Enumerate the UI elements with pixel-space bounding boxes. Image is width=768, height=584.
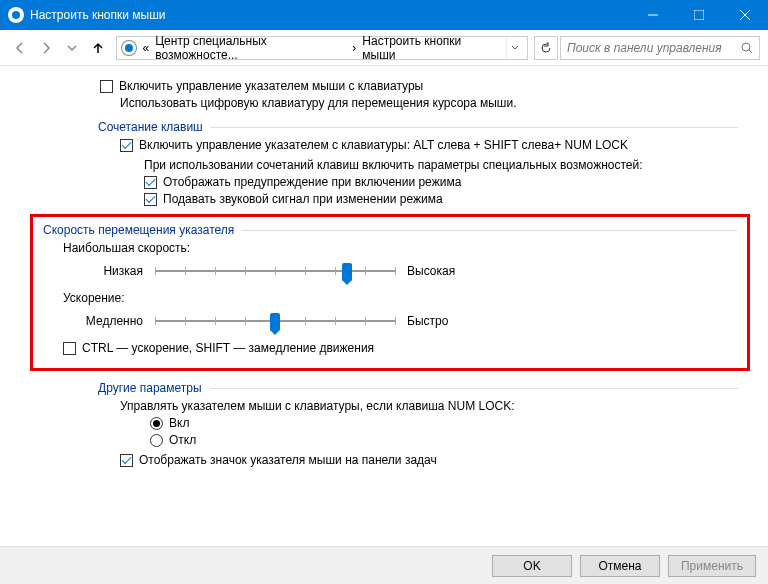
speed-section-highlight: Скорость перемещения указателя Наибольша… xyxy=(30,214,750,371)
accel-slider-row: Медленно Быстро xyxy=(73,311,737,331)
tray-icon-row[interactable]: Отображать значок указателя мыши на пане… xyxy=(120,453,738,467)
search-input[interactable]: Поиск в панели управления xyxy=(560,36,760,60)
breadcrumb-sep: › xyxy=(352,41,356,55)
refresh-button[interactable] xyxy=(534,36,558,60)
search-placeholder: Поиск в панели управления xyxy=(567,41,741,55)
shortcut-enable-row[interactable]: Включить управление указателем с клавиат… xyxy=(120,138,738,152)
accel-thumb[interactable] xyxy=(270,313,280,331)
high-label: Высокая xyxy=(407,264,477,278)
speed-header: Скорость перемещения указателя xyxy=(43,223,737,237)
shortcut-warn-checkbox[interactable] xyxy=(144,176,157,189)
shortcut-sound-checkbox[interactable] xyxy=(144,193,157,206)
slow-label: Медленно xyxy=(73,314,143,328)
tray-icon-label: Отображать значок указателя мыши на пане… xyxy=(139,453,437,467)
max-speed-thumb[interactable] xyxy=(342,263,352,281)
navbar: « Центр специальных возможносте... › Нас… xyxy=(0,30,768,66)
svg-rect-2 xyxy=(694,10,704,20)
max-speed-label: Наибольшая скорость: xyxy=(63,241,737,255)
shortcut-sound-row[interactable]: Подавать звуковой сигнал при изменении р… xyxy=(144,192,738,206)
apply-button[interactable]: Применить xyxy=(668,555,756,577)
app-icon xyxy=(8,7,24,23)
ctrl-shift-row[interactable]: CTRL — ускорение, SHIFT — замедление дви… xyxy=(63,341,737,355)
footer: OK Отмена Применить xyxy=(0,546,768,584)
other-header: Другие параметры xyxy=(98,381,738,395)
numlock-on-row[interactable]: Вкл xyxy=(150,416,738,430)
ok-button[interactable]: OK xyxy=(492,555,572,577)
enable-keyboard-checkbox[interactable] xyxy=(100,80,113,93)
numlock-off-row[interactable]: Откл xyxy=(150,433,738,447)
titlebar: Настроить кнопки мыши xyxy=(0,0,768,30)
recent-button[interactable] xyxy=(60,36,84,60)
enable-keyboard-row[interactable]: Включить управление указателем мыши с кл… xyxy=(100,79,738,93)
breadcrumb-part[interactable]: Центр специальных возможносте... xyxy=(155,34,346,62)
svg-point-5 xyxy=(742,43,750,51)
back-button[interactable] xyxy=(8,36,32,60)
minimize-button[interactable] xyxy=(630,0,676,30)
shortcut-enable-checkbox[interactable] xyxy=(120,139,133,152)
content-area: Включить управление указателем мыши с кл… xyxy=(0,66,768,546)
fast-label: Быстро xyxy=(407,314,477,328)
numlock-off-label: Откл xyxy=(169,433,196,447)
cancel-button[interactable]: Отмена xyxy=(580,555,660,577)
low-label: Низкая xyxy=(73,264,143,278)
enable-keyboard-label: Включить управление указателем мыши с кл… xyxy=(119,79,423,93)
up-button[interactable] xyxy=(86,36,110,60)
tray-icon-checkbox[interactable] xyxy=(120,454,133,467)
ctrl-shift-label: CTRL — ускорение, SHIFT — замедление дви… xyxy=(82,341,374,355)
svg-point-0 xyxy=(12,11,20,19)
numlock-label: Управлять указателем мыши с клавиатуры, … xyxy=(120,399,738,413)
search-icon xyxy=(741,42,753,54)
accel-label: Ускорение: xyxy=(63,291,737,305)
svg-line-6 xyxy=(749,50,752,53)
shortcuts-header: Сочетание клавиш xyxy=(98,120,738,134)
numlock-off-radio[interactable] xyxy=(150,434,163,447)
numlock-on-radio[interactable] xyxy=(150,417,163,430)
breadcrumb-sep: « xyxy=(143,41,150,55)
accel-slider[interactable] xyxy=(155,311,395,331)
shortcut-note: При использовании сочетаний клавиш включ… xyxy=(144,158,738,172)
shortcut-enable-label: Включить управление указателем с клавиат… xyxy=(139,138,628,152)
ctrl-shift-checkbox[interactable] xyxy=(63,342,76,355)
numlock-on-label: Вкл xyxy=(169,416,189,430)
shortcut-warn-label: Отображать предупреждение при включении … xyxy=(163,175,461,189)
max-speed-slider[interactable] xyxy=(155,261,395,281)
control-panel-icon xyxy=(121,40,137,56)
maximize-button[interactable] xyxy=(676,0,722,30)
address-bar[interactable]: « Центр специальных возможносте... › Нас… xyxy=(116,36,528,60)
forward-button[interactable] xyxy=(34,36,58,60)
shortcut-warn-row[interactable]: Отображать предупреждение при включении … xyxy=(144,175,738,189)
max-speed-slider-row: Низкая Высокая xyxy=(73,261,737,281)
shortcut-sound-label: Подавать звуковой сигнал при изменении р… xyxy=(163,192,443,206)
close-button[interactable] xyxy=(722,0,768,30)
address-dropdown[interactable] xyxy=(506,37,523,59)
subtitle: Использовать цифровую клавиатуру для пер… xyxy=(120,96,738,110)
breadcrumb-part[interactable]: Настроить кнопки мыши xyxy=(362,34,493,62)
window-title: Настроить кнопки мыши xyxy=(30,8,630,22)
